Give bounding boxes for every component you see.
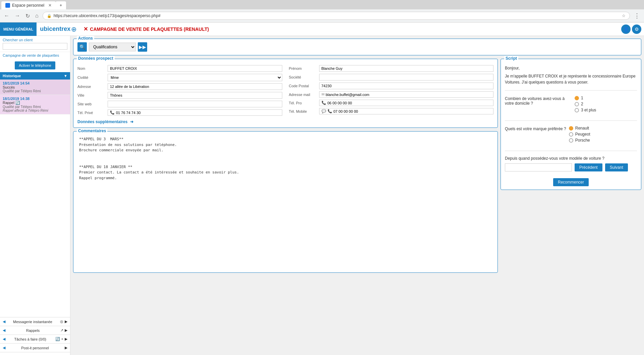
logo-icon: ⊕ — [71, 25, 77, 33]
script-separator-1 — [505, 90, 637, 91]
script-option[interactable]: Porsche — [569, 138, 637, 143]
sidebar-tool-label: Post-it personnel — [21, 346, 49, 350]
option-label: 3 et plus — [581, 108, 596, 112]
browser-tab[interactable]: Espace personnel ✕ — [1, 1, 56, 9]
option-label: Porsche — [575, 138, 590, 143]
site-web-input[interactable] — [108, 101, 282, 107]
script-legend: Script — [504, 56, 518, 61]
tool-action-icon-2[interactable]: ▶ — [65, 319, 67, 324]
lock-icon: 🔒 — [47, 14, 52, 18]
right-column: Script Bonjour, Je m'appelle BUFFET CROI… — [501, 59, 641, 273]
sidebar-tool-arrow-left-icon: ◀ — [3, 346, 5, 350]
forward-button[interactable]: → — [13, 12, 21, 19]
search-button[interactable]: 🔍 — [77, 42, 87, 52]
main-layout: Chercher un client Campagne de vente de … — [0, 36, 644, 355]
script-intro-line1: Bonjour, — [505, 65, 637, 71]
radio-selected-icon — [575, 96, 579, 100]
tool-refresh-icon[interactable]: 🔄 — [55, 337, 60, 341]
adresse-input[interactable] — [108, 83, 282, 90]
precedent-button[interactable]: Précédent — [575, 163, 602, 171]
ville-label: Ville — [77, 93, 108, 97]
tel-mobile-label: Tél. Mobile — [289, 109, 319, 113]
more-data-link[interactable]: Données supplémentaires ➜ — [77, 119, 493, 124]
script-option[interactable]: 2 — [575, 102, 637, 106]
browser-chrome: Espace personnel ✕ + ← → ↻ ⌂ 🔒 https://s… — [0, 0, 644, 22]
tool-add-icon[interactable]: + — [61, 337, 63, 341]
history-status: Succès — [3, 85, 67, 89]
script-option[interactable]: Renault — [569, 126, 637, 131]
question2-label: Quels est votre marque préférée ? — [505, 126, 566, 131]
new-tab-button[interactable]: + — [56, 1, 66, 9]
search-client-input[interactable] — [3, 43, 67, 50]
script-separator-3 — [505, 151, 637, 151]
home-button[interactable]: ⌂ — [34, 12, 40, 19]
radio-unselected-icon — [575, 108, 579, 112]
user-icon-button[interactable]: 👤 — [621, 24, 631, 34]
question3-input[interactable] — [505, 163, 572, 171]
suivant-button[interactable]: Suivant — [605, 163, 628, 171]
tel-pro-input[interactable] — [328, 101, 491, 105]
nom-input[interactable] — [108, 65, 282, 72]
history-status: Rappel 🔄 — [3, 101, 67, 105]
sidebar-tool-postit[interactable]: ◀ Post-it personnel ▶ — [0, 343, 70, 352]
tel-prive-input[interactable] — [116, 111, 280, 115]
email-input[interactable] — [326, 93, 491, 97]
script-intro-line2: Je m'appelle BUFFET CROIX et je représen… — [505, 73, 637, 85]
history-item[interactable]: 18/1/2019 14:38 Rappel 🔄 Qualifié par Té… — [0, 95, 70, 114]
code-postal-input[interactable] — [319, 83, 494, 89]
sidebar-tool-arrow-left-icon: ◀ — [3, 319, 5, 324]
recommencer-button[interactable]: Recommencer — [553, 178, 589, 186]
sidebar-tool-messagerie[interactable]: ◀ Messagerie instantanée ◎ ▶ — [0, 317, 70, 326]
actions-legend: Actions — [77, 36, 94, 41]
sidebar-tool-messages[interactable]: ◀ Messages non lus — [0, 352, 70, 355]
nav-link-campagne[interactable]: Campagne de vente de plaquettes — [0, 52, 70, 59]
tool-action-icon-1[interactable]: ◎ — [60, 319, 63, 324]
tool-action-icon-expand[interactable]: ↗ — [60, 328, 63, 333]
sidebar-tool-arrow-left-icon: ◀ — [3, 328, 5, 333]
prenom-input[interactable] — [319, 65, 494, 72]
history-qualifier: Qualifié par Télépro Rémi — [3, 89, 67, 93]
menu-button[interactable]: MENU GÉNÉRAL — [0, 22, 37, 36]
script-option[interactable]: 3 et plus — [575, 108, 637, 112]
script-option[interactable]: Peugeot — [569, 132, 637, 137]
tel-prive-field: 📞 — [108, 109, 282, 116]
historique-label: Historique — [3, 74, 21, 78]
history-date: 18/1/2019 14:38 — [3, 97, 67, 101]
reload-button[interactable]: ↻ — [24, 12, 31, 20]
nom-label: Nom — [77, 66, 108, 70]
civilite-select[interactable]: Mme M. Mlle — [108, 74, 282, 81]
adresse-mail-label: Adresse mail — [289, 93, 319, 97]
extensions-button[interactable]: ⋮ — [633, 11, 641, 20]
prospect-right: Prénom Société Code Postal — [289, 65, 494, 118]
sidebar-tools: ◀ Messagerie instantanée ◎ ▶ ◀ Rappels ↗… — [0, 317, 70, 355]
main-content: Actions 🔍 Qualifications ▶▶ Données pros… — [70, 36, 644, 355]
search-client-label: Chercher un client — [3, 38, 67, 42]
option-label: 1 — [581, 96, 583, 100]
tool-next-icon[interactable]: ▶ — [65, 337, 67, 341]
sidebar-tool-label: Messagerie instantanée — [13, 320, 52, 324]
historique-header[interactable]: Historique ▼ — [0, 72, 70, 80]
prospect-section: Données prospect Nom Civilité — [73, 59, 498, 128]
societe-input[interactable] — [319, 74, 494, 81]
back-button[interactable]: ← — [3, 12, 11, 19]
two-col-layout: Données prospect Nom Civilité — [73, 59, 641, 273]
script-option[interactable]: 1 — [575, 96, 637, 100]
question3-label: Depuis quand possédez-vous votre modèle … — [505, 156, 637, 161]
address-bar[interactable]: 🔒 https://secure.ubicentrex.net/p173/pag… — [43, 12, 630, 20]
tool-next-icon[interactable]: ▶ — [65, 346, 67, 350]
tab-close-icon[interactable]: ✕ — [48, 3, 52, 8]
ville-input[interactable] — [108, 92, 282, 99]
bookmark-icon[interactable]: ☆ — [622, 13, 626, 18]
play-button[interactable]: ▶▶ — [138, 42, 147, 52]
tool-action-icon-next[interactable]: ▶ — [65, 328, 67, 333]
tel-mobile-input[interactable] — [334, 109, 491, 113]
settings-icon-button[interactable]: ⚙ — [632, 24, 641, 34]
activate-phone-button[interactable]: Activer le téléphone — [15, 61, 55, 69]
sidebar-tool-rappels[interactable]: ◀ Rappels ↗ ▶ — [0, 326, 70, 335]
sidebar-tool-taches[interactable]: ◀ Tâches à faire (0/0) 🔄 + ▶ — [0, 335, 70, 343]
comments-section: Commentaires **APPEL DU 3 MARS** Présent… — [73, 131, 498, 273]
sidebar-tool-arrow-left-icon: ◀ — [3, 337, 5, 341]
history-item[interactable]: 18/1/2019 14:54 Succès Qualifié par Télé… — [0, 80, 70, 95]
qualifications-select[interactable]: Qualifications — [89, 43, 136, 51]
prenom-label: Prénom — [289, 66, 319, 70]
